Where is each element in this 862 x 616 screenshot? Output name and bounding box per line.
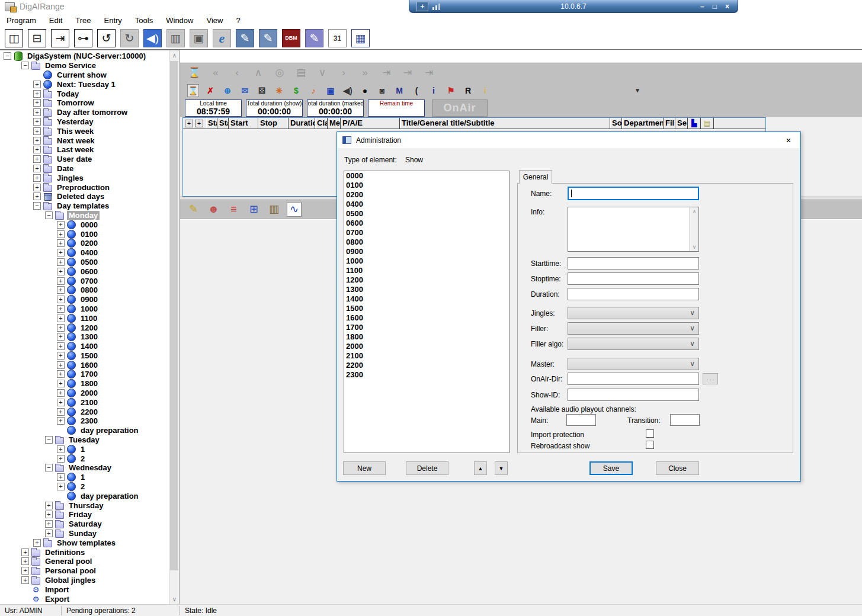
tree-row[interactable]: 1500 [0, 351, 169, 361]
tree-expander-icon[interactable] [57, 239, 65, 247]
info-light-icon[interactable]: i [479, 84, 491, 97]
tree-row[interactable]: Jingles [0, 173, 169, 182]
menu-item[interactable]: Edit [43, 15, 69, 26]
tree-expander-icon[interactable] [33, 192, 41, 200]
speaker-icon[interactable]: ◀) [143, 29, 162, 47]
tree-expander-icon[interactable] [57, 361, 65, 369]
browser-icon[interactable]: e [213, 29, 231, 47]
tree-row[interactable]: Current show [0, 70, 169, 80]
tree-row[interactable]: 1100 [0, 313, 169, 323]
search-document-icon[interactable]: ✎ [305, 29, 323, 47]
tree-row[interactable]: 1 [0, 473, 169, 482]
show-list-item[interactable]: 1500 [344, 304, 509, 313]
tree-row[interactable]: Day after tomorrow [0, 108, 169, 117]
split-vertical-icon[interactable]: ◫ [5, 29, 23, 47]
tree-row[interactable]: Last week [0, 145, 169, 155]
key-icon[interactable]: ⊶ [74, 29, 92, 47]
tree-row[interactable]: Preproduction [0, 182, 169, 192]
comment-icon[interactable]: ✉ [239, 84, 251, 97]
music-note-icon[interactable]: ♪ [307, 84, 319, 97]
exit-door-icon[interactable]: ⇥ [51, 29, 69, 47]
tree-expander-icon[interactable] [57, 268, 65, 275]
tree-row[interactable]: Tomorrow [0, 98, 169, 108]
grid-icon[interactable]: ▦ [351, 29, 370, 47]
menu-item[interactable]: Program [0, 15, 43, 26]
filler-dropdown[interactable] [568, 322, 699, 335]
show-list-item[interactable]: 0700 [344, 228, 509, 238]
tree-row[interactable]: 1800 [0, 379, 169, 389]
tree-row[interactable]: 0500 [0, 258, 169, 267]
tree-row[interactable]: 0100 [0, 229, 169, 239]
film-camera-icon[interactable]: ◙ [376, 84, 388, 97]
import-protection-checkbox[interactable] [646, 429, 654, 438]
move-up-button[interactable]: ▲ [474, 461, 487, 475]
tree-expander-icon[interactable] [33, 202, 41, 210]
tree-row[interactable]: Thursday [0, 500, 169, 510]
tree-row[interactable]: Demo Service [0, 61, 169, 70]
document-column-icon[interactable]: ▤ [701, 118, 714, 129]
show-list[interactable]: 0000010002000400050006000700080009001000… [344, 171, 509, 453]
tree-expander-icon[interactable] [57, 473, 65, 481]
tree-row[interactable]: 2200 [0, 407, 169, 416]
remove-filter-icon[interactable]: ✗ [204, 84, 216, 97]
previous-icon[interactable]: ‹ [230, 66, 244, 80]
calendar-icon[interactable]: 31 [328, 29, 347, 47]
show-list-item[interactable]: 2300 [344, 370, 509, 380]
tree-row[interactable]: Yesterday [0, 117, 169, 127]
tree-expander-icon[interactable] [57, 230, 65, 238]
tree-row[interactable]: This week [0, 126, 169, 136]
tree-row[interactable]: 2100 [0, 397, 169, 407]
tree-row[interactable]: Wednesday [0, 463, 169, 473]
tree-row[interactable]: Tuesday [0, 435, 169, 445]
tree-row[interactable]: 0800 [0, 285, 169, 295]
tree-row[interactable]: Date [0, 164, 169, 174]
show-list-item[interactable]: 0400 [344, 200, 509, 209]
jingles-dropdown[interactable] [568, 307, 699, 319]
tree-expander-icon[interactable] [45, 464, 53, 471]
tree-expander-icon[interactable] [57, 258, 65, 266]
send-to-playlist-icon[interactable]: ⇥ [400, 66, 415, 80]
restore-button[interactable]: □ [713, 2, 717, 11]
tree-expander-icon[interactable] [33, 99, 41, 107]
minimize-button[interactable]: – [700, 2, 704, 11]
filler-algo-dropdown[interactable] [568, 338, 699, 350]
move-down-icon[interactable]: ∨ [315, 66, 329, 80]
info-icon[interactable]: i [428, 84, 440, 97]
info-field[interactable]: ∧∨ [568, 207, 699, 252]
save-icon[interactable]: ▣ [190, 29, 208, 47]
loop-icon[interactable]: ↻ [120, 29, 139, 47]
tree-expander-icon[interactable] [57, 286, 65, 294]
expand-levels-button[interactable]: + [195, 120, 203, 127]
tree-expander-icon[interactable] [57, 455, 65, 463]
tree-expander-icon[interactable] [45, 502, 53, 509]
tree-scrollbar[interactable]: ∧ ∨ [169, 50, 179, 604]
name-field[interactable] [568, 187, 699, 200]
tree-expander-icon[interactable] [33, 81, 41, 88]
trash-icon[interactable]: ▥ [166, 29, 185, 47]
dialog-titlebar[interactable]: Administration × [337, 132, 800, 148]
tree-row[interactable]: Sunday [0, 529, 169, 538]
marked-filter-icon[interactable]: ⌛ [187, 84, 199, 97]
onair-button[interactable]: OnAir [432, 100, 488, 117]
tree-expander-icon[interactable] [21, 62, 29, 69]
edit-entry-icon[interactable]: ✎ [236, 29, 254, 47]
tree-row[interactable]: 0600 [0, 267, 169, 276]
tree-row[interactable]: 2000 [0, 389, 169, 398]
money-icon[interactable]: $ [290, 84, 302, 97]
tree-expander-icon[interactable] [57, 483, 65, 490]
tree-expander-icon[interactable] [45, 530, 53, 537]
tree-row[interactable]: Export [0, 594, 169, 604]
m-flag-icon[interactable]: M [393, 84, 405, 97]
tree-row[interactable]: User date [0, 155, 169, 164]
show-list-item[interactable]: 0900 [344, 247, 509, 256]
dice-icon[interactable]: ⚄ [256, 84, 268, 97]
column-header[interactable]: Cla [315, 118, 328, 129]
tree-row[interactable]: 2300 [0, 416, 169, 426]
rebroadcast-checkbox[interactable] [646, 441, 654, 449]
tree-row[interactable]: Global jingles [0, 576, 169, 585]
column-header[interactable]: Department [622, 118, 664, 129]
tree-expander-icon[interactable] [33, 137, 41, 145]
skip-to-end-icon[interactable]: » [358, 66, 372, 80]
jukebox-icon[interactable]: ▣ [325, 84, 337, 97]
tree-row[interactable]: 1300 [0, 332, 169, 342]
